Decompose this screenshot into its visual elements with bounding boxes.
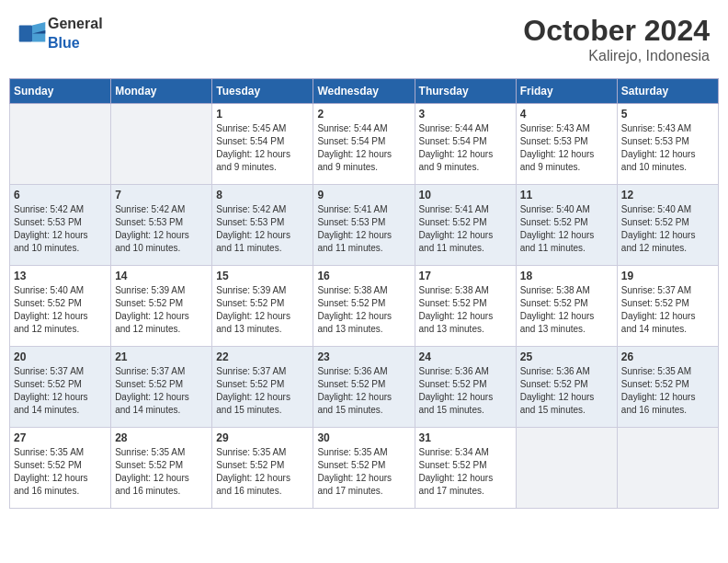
calendar-cell: 22Sunrise: 5:37 AM Sunset: 5:52 PM Dayli…: [212, 347, 313, 428]
cell-content: Sunrise: 5:37 AM Sunset: 5:52 PM Dayligh…: [115, 365, 208, 417]
day-number: 15: [216, 270, 309, 282]
cell-content: Sunrise: 5:38 AM Sunset: 5:52 PM Dayligh…: [520, 284, 613, 336]
day-number: 7: [115, 189, 208, 201]
calendar-cell: [516, 428, 617, 509]
calendar-cell: 24Sunrise: 5:36 AM Sunset: 5:52 PM Dayli…: [415, 347, 516, 428]
cell-content: Sunrise: 5:40 AM Sunset: 5:52 PM Dayligh…: [520, 203, 613, 255]
weekday-header-wednesday: Wednesday: [313, 79, 415, 104]
page-header: General Blue October 2024 Kalirejo, Indo…: [9, 9, 719, 69]
calendar-cell: 6Sunrise: 5:42 AM Sunset: 5:53 PM Daylig…: [10, 185, 111, 266]
day-number: 28: [115, 431, 208, 444]
cell-content: Sunrise: 5:42 AM Sunset: 5:53 PM Dayligh…: [216, 203, 309, 255]
calendar-cell: 8Sunrise: 5:42 AM Sunset: 5:53 PM Daylig…: [212, 185, 313, 266]
calendar-cell: 4Sunrise: 5:43 AM Sunset: 5:53 PM Daylig…: [516, 104, 617, 185]
month-title: October 2024: [523, 14, 710, 48]
calendar-cell: 17Sunrise: 5:38 AM Sunset: 5:52 PM Dayli…: [415, 266, 516, 347]
cell-content: Sunrise: 5:37 AM Sunset: 5:52 PM Dayligh…: [621, 284, 714, 336]
day-number: 26: [621, 350, 714, 363]
svg-rect-0: [19, 25, 32, 41]
day-number: 5: [621, 108, 714, 121]
day-number: 22: [216, 350, 309, 363]
calendar-cell: [111, 104, 212, 185]
cell-content: Sunrise: 5:35 AM Sunset: 5:52 PM Dayligh…: [216, 446, 309, 498]
cell-content: Sunrise: 5:38 AM Sunset: 5:52 PM Dayligh…: [317, 284, 410, 336]
cell-content: Sunrise: 5:41 AM Sunset: 5:52 PM Dayligh…: [419, 203, 512, 255]
calendar-body: 1Sunrise: 5:45 AM Sunset: 5:54 PM Daylig…: [10, 104, 719, 509]
cell-content: Sunrise: 5:39 AM Sunset: 5:52 PM Dayligh…: [216, 284, 309, 336]
week-row-1: 1Sunrise: 5:45 AM Sunset: 5:54 PM Daylig…: [10, 104, 719, 185]
weekday-header-tuesday: Tuesday: [212, 79, 313, 104]
weekday-header-saturday: Saturday: [617, 79, 718, 104]
cell-content: Sunrise: 5:38 AM Sunset: 5:52 PM Dayligh…: [419, 284, 512, 336]
day-number: 27: [14, 431, 107, 444]
day-number: 6: [14, 189, 107, 201]
day-number: 29: [216, 431, 309, 444]
calendar-cell: 2Sunrise: 5:44 AM Sunset: 5:54 PM Daylig…: [313, 104, 415, 185]
day-number: 19: [621, 270, 714, 282]
day-number: 25: [520, 350, 613, 363]
calendar-cell: 5Sunrise: 5:43 AM Sunset: 5:53 PM Daylig…: [617, 104, 718, 185]
cell-content: Sunrise: 5:44 AM Sunset: 5:54 PM Dayligh…: [317, 122, 410, 174]
day-number: 18: [520, 270, 613, 282]
calendar-header: SundayMondayTuesdayWednesdayThursdayFrid…: [10, 79, 719, 104]
day-number: 4: [520, 108, 613, 121]
cell-content: Sunrise: 5:36 AM Sunset: 5:52 PM Dayligh…: [317, 365, 410, 417]
cell-content: Sunrise: 5:41 AM Sunset: 5:53 PM Dayligh…: [317, 203, 410, 255]
day-number: 9: [317, 189, 410, 201]
cell-content: Sunrise: 5:42 AM Sunset: 5:53 PM Dayligh…: [14, 203, 107, 255]
calendar-cell: 10Sunrise: 5:41 AM Sunset: 5:52 PM Dayli…: [415, 185, 516, 266]
day-number: 2: [317, 108, 410, 121]
weekday-header-sunday: Sunday: [10, 79, 111, 104]
calendar-cell: [10, 104, 111, 185]
calendar-cell: 18Sunrise: 5:38 AM Sunset: 5:52 PM Dayli…: [516, 266, 617, 347]
day-number: 31: [419, 431, 512, 444]
cell-content: Sunrise: 5:39 AM Sunset: 5:52 PM Dayligh…: [115, 284, 208, 336]
logo-blue-text: Blue: [48, 35, 80, 51]
location-title: Kalirejo, Indonesia: [523, 48, 710, 64]
calendar-cell: 29Sunrise: 5:35 AM Sunset: 5:52 PM Dayli…: [212, 428, 313, 509]
calendar-cell: 28Sunrise: 5:35 AM Sunset: 5:52 PM Dayli…: [111, 428, 212, 509]
day-number: 17: [419, 270, 512, 282]
week-row-2: 6Sunrise: 5:42 AM Sunset: 5:53 PM Daylig…: [10, 185, 719, 266]
cell-content: Sunrise: 5:34 AM Sunset: 5:52 PM Dayligh…: [419, 446, 512, 498]
week-row-3: 13Sunrise: 5:40 AM Sunset: 5:52 PM Dayli…: [10, 266, 719, 347]
day-number: 14: [115, 270, 208, 282]
calendar-cell: [617, 428, 718, 509]
cell-content: Sunrise: 5:40 AM Sunset: 5:52 PM Dayligh…: [14, 284, 107, 336]
calendar-cell: 27Sunrise: 5:35 AM Sunset: 5:52 PM Dayli…: [10, 428, 111, 509]
calendar-cell: 30Sunrise: 5:35 AM Sunset: 5:52 PM Dayli…: [313, 428, 415, 509]
cell-content: Sunrise: 5:35 AM Sunset: 5:52 PM Dayligh…: [14, 446, 107, 498]
cell-content: Sunrise: 5:35 AM Sunset: 5:52 PM Dayligh…: [317, 446, 410, 498]
cell-content: Sunrise: 5:36 AM Sunset: 5:52 PM Dayligh…: [419, 365, 512, 417]
day-number: 11: [520, 189, 613, 201]
day-number: 23: [317, 350, 410, 363]
cell-content: Sunrise: 5:40 AM Sunset: 5:52 PM Dayligh…: [621, 203, 714, 255]
calendar-cell: 13Sunrise: 5:40 AM Sunset: 5:52 PM Dayli…: [10, 266, 111, 347]
calendar-cell: 31Sunrise: 5:34 AM Sunset: 5:52 PM Dayli…: [415, 428, 516, 509]
calendar-cell: 3Sunrise: 5:44 AM Sunset: 5:54 PM Daylig…: [415, 104, 516, 185]
weekday-header-friday: Friday: [516, 79, 617, 104]
day-number: 24: [419, 350, 512, 363]
day-number: 30: [317, 431, 410, 444]
day-number: 8: [216, 189, 309, 201]
cell-content: Sunrise: 5:35 AM Sunset: 5:52 PM Dayligh…: [115, 446, 208, 498]
cell-content: Sunrise: 5:45 AM Sunset: 5:54 PM Dayligh…: [216, 122, 309, 174]
calendar-cell: 19Sunrise: 5:37 AM Sunset: 5:52 PM Dayli…: [617, 266, 718, 347]
cell-content: Sunrise: 5:43 AM Sunset: 5:53 PM Dayligh…: [621, 122, 714, 174]
logo-general-text: General: [48, 16, 103, 31]
calendar-cell: 26Sunrise: 5:35 AM Sunset: 5:52 PM Dayli…: [617, 347, 718, 428]
weekday-header-monday: Monday: [111, 79, 212, 104]
day-number: 21: [115, 350, 208, 363]
calendar-cell: 1Sunrise: 5:45 AM Sunset: 5:54 PM Daylig…: [212, 104, 313, 185]
week-row-4: 20Sunrise: 5:37 AM Sunset: 5:52 PM Dayli…: [10, 347, 719, 428]
day-number: 13: [14, 270, 107, 282]
day-number: 16: [317, 270, 410, 282]
calendar-cell: 7Sunrise: 5:42 AM Sunset: 5:53 PM Daylig…: [111, 185, 212, 266]
calendar-cell: 23Sunrise: 5:36 AM Sunset: 5:52 PM Dayli…: [313, 347, 415, 428]
cell-content: Sunrise: 5:37 AM Sunset: 5:52 PM Dayligh…: [14, 365, 107, 417]
day-number: 3: [419, 108, 512, 121]
cell-content: Sunrise: 5:37 AM Sunset: 5:52 PM Dayligh…: [216, 365, 309, 417]
day-number: 10: [419, 189, 512, 201]
day-number: 1: [216, 108, 309, 121]
calendar-cell: 9Sunrise: 5:41 AM Sunset: 5:53 PM Daylig…: [313, 185, 415, 266]
